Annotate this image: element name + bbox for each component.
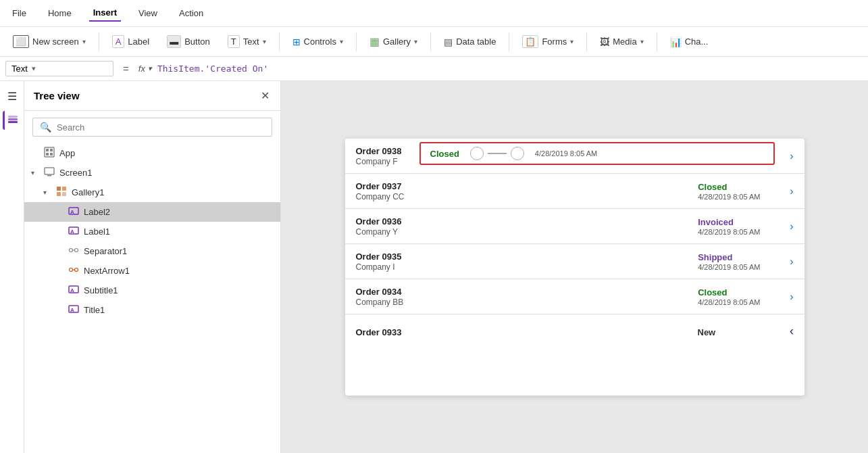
tree-item-title1-label: Title1 xyxy=(84,305,274,315)
row-2-arrow[interactable]: › xyxy=(790,220,793,233)
row-5-arrow[interactable]: › xyxy=(790,325,794,339)
row-5-info: Order 0933 xyxy=(356,327,687,337)
tree-item-screen1[interactable]: ▾ Screen1 xyxy=(24,163,280,183)
row-1-date: 4/28/2019 8:05 AM xyxy=(698,193,760,201)
fx-button[interactable]: fx ▾ xyxy=(138,64,152,74)
tree-item-separator1[interactable]: Separator1 xyxy=(24,241,280,261)
property-dropdown-chevron: ▾ xyxy=(32,64,36,73)
row-0-date: 4/28/2019 8:05 AM xyxy=(535,149,597,158)
search-input[interactable] xyxy=(57,122,265,133)
row-3-date: 4/28/2019 8:05 AM xyxy=(698,263,760,271)
fx-label: fx xyxy=(138,64,145,74)
tree-item-title1[interactable]: A Title1 xyxy=(24,300,280,320)
tree-item-nextarrow1[interactable]: NextArrow1 xyxy=(24,261,280,281)
forms-button[interactable]: 📋 Forms ▾ xyxy=(515,32,581,51)
menu-view[interactable]: View xyxy=(134,5,161,21)
label-button[interactable]: A Label xyxy=(105,32,157,51)
button-label: Button xyxy=(184,37,210,47)
gallery-chevron: ▾ xyxy=(414,38,417,45)
tree-item-separator1-label: Separator1 xyxy=(84,246,274,256)
toolbar-sep-7 xyxy=(657,32,657,51)
tree-items: App ▾ Screen1 ▾ xyxy=(24,143,280,453)
data-table-icon: ▤ xyxy=(444,37,453,47)
controls-button[interactable]: ⊞ Controls ▾ xyxy=(285,33,351,51)
media-chevron: ▾ xyxy=(640,38,644,45)
property-dropdown[interactable]: Text ▾ xyxy=(5,61,113,76)
row-0-arrow[interactable]: › xyxy=(790,150,793,162)
svg-rect-4 xyxy=(46,149,49,151)
row-5-order: Order 0933 xyxy=(356,327,687,337)
menu-home[interactable]: Home xyxy=(44,5,76,21)
row-1-order: Order 0937 xyxy=(356,181,688,191)
svg-rect-9 xyxy=(47,175,51,176)
row-1-arrow[interactable]: › xyxy=(790,185,793,197)
row-4-arrow[interactable]: › xyxy=(790,291,793,303)
canvas-area: Order 0938 Company F Closed 4/28/2019 8:… xyxy=(281,81,868,453)
forms-icon: 📋 xyxy=(522,35,538,48)
gallery-row-4[interactable]: Order 0934 Company BB Closed 4/28/2019 8… xyxy=(345,279,805,314)
toolbar: ⬜ New screen ▾ A Label ▬ Button T Text ▾… xyxy=(0,27,868,57)
svg-rect-12 xyxy=(57,192,61,196)
fx-chevron: ▾ xyxy=(148,64,152,73)
tree-title: Tree view xyxy=(34,90,80,101)
row-3-company: Company I xyxy=(356,262,688,272)
button-button[interactable]: ▬ Button xyxy=(159,32,218,51)
gallery-row-3[interactable]: Order 0935 Company I Shipped 4/28/2019 8… xyxy=(345,244,805,279)
new-screen-label: New screen xyxy=(32,37,79,47)
row-3-arrow[interactable]: › xyxy=(790,256,793,268)
label-icon: A xyxy=(112,35,125,48)
data-table-button[interactable]: ▤ Data table xyxy=(436,33,503,51)
tree-item-gallery1[interactable]: ▾ Gallery1 xyxy=(24,183,280,202)
tree-item-label2[interactable]: A Label2 xyxy=(24,202,280,222)
text-button[interactable]: T Text ▾ xyxy=(220,32,274,51)
tree-item-label1[interactable]: A Label1 xyxy=(24,222,280,241)
toolbar-sep-1 xyxy=(99,32,99,51)
svg-rect-7 xyxy=(50,153,53,156)
new-screen-icon: ⬜ xyxy=(13,35,29,48)
row-2-company: Company Y xyxy=(356,227,688,237)
tree-item-app[interactable]: App xyxy=(24,143,280,163)
layers-icon[interactable] xyxy=(3,111,22,130)
nextarrow1-icon xyxy=(68,264,80,277)
gallery-icon: ▦ xyxy=(369,35,380,48)
tree-item-gallery1-label: Gallery1 xyxy=(72,187,274,197)
tree-item-subtitle1[interactable]: A Subtitle1 xyxy=(24,281,280,300)
tree-search-box[interactable]: 🔍 xyxy=(32,118,272,137)
data-table-label: Data table xyxy=(456,37,496,47)
svg-rect-10 xyxy=(57,187,61,191)
gallery-button[interactable]: ▦ Gallery ▾ xyxy=(362,32,425,51)
tree-close-button[interactable]: ✕ xyxy=(259,88,271,103)
media-icon: 🖼 xyxy=(600,37,609,47)
tree-item-subtitle1-label: Subtitle1 xyxy=(84,285,274,295)
media-button[interactable]: 🖼 Media ▾ xyxy=(592,33,650,51)
row-0-status: Closed xyxy=(430,149,459,159)
row-5-status-area: New xyxy=(698,327,779,337)
charts-button[interactable]: 📊 Cha... xyxy=(663,33,716,51)
menu-insert[interactable]: Insert xyxy=(89,5,121,22)
controls-chevron: ▾ xyxy=(340,38,343,45)
forms-label: Forms xyxy=(542,37,567,47)
label2-icon: A xyxy=(68,206,80,218)
row-2-status-area: Invoiced 4/28/2019 8:05 AM xyxy=(698,217,779,236)
subtitle1-icon: A xyxy=(68,284,80,297)
gallery-row-2[interactable]: Order 0936 Company Y Invoiced 4/28/2019 … xyxy=(345,209,805,244)
menu-file[interactable]: File xyxy=(8,5,30,21)
title1-icon: A xyxy=(68,304,80,316)
svg-point-21 xyxy=(70,268,73,272)
search-icon: 🔍 xyxy=(40,122,51,133)
new-screen-button[interactable]: ⬜ New screen ▾ xyxy=(5,32,93,51)
toolbar-sep-2 xyxy=(279,32,280,51)
svg-rect-13 xyxy=(62,192,66,196)
button-icon: ▬ xyxy=(167,35,181,48)
forms-chevron: ▾ xyxy=(570,38,573,45)
formula-input[interactable] xyxy=(157,64,863,74)
menu-action[interactable]: Action xyxy=(175,5,207,21)
row-4-order: Order 0934 xyxy=(356,287,688,297)
gallery-row-5[interactable]: Order 0933 New › xyxy=(345,314,805,350)
hamburger-menu-icon[interactable]: ☰ xyxy=(3,87,22,105)
gallery-row-0[interactable]: Order 0938 Company F Closed 4/28/2019 8:… xyxy=(345,139,805,174)
row-1-status: Closed xyxy=(698,182,727,192)
gallery1-icon xyxy=(55,186,68,199)
gallery-row-1[interactable]: Order 0937 Company CC Closed 4/28/2019 8… xyxy=(345,174,805,209)
tree-item-app-label: App xyxy=(59,148,274,158)
